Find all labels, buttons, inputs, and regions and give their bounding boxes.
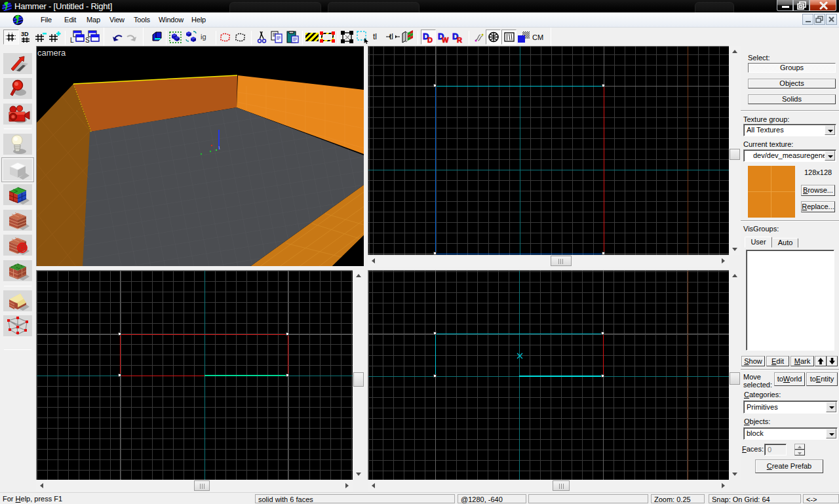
svg-text:camera: camera (37, 48, 66, 58)
svg-text:D: D (427, 36, 433, 43)
svg-text:L: L (70, 37, 74, 44)
svg-text:R: R (457, 36, 462, 43)
svg-text:W: W (442, 36, 449, 43)
svg-text:3D: 3D (21, 31, 29, 37)
svg-text:S: S (85, 37, 90, 44)
